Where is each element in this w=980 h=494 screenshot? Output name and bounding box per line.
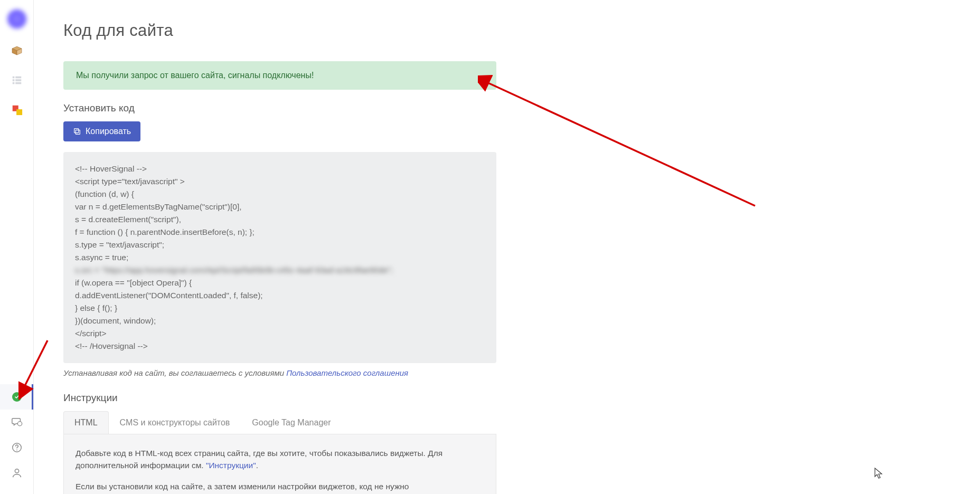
code-block[interactable]: <!-- HoverSignal --> <script type="text/…	[63, 152, 496, 363]
sidebar-item-list[interactable]	[10, 73, 24, 88]
sidebar-bottom	[0, 384, 33, 494]
instructions-heading: Инструкции	[63, 392, 496, 404]
svg-point-8	[17, 422, 22, 426]
svg-rect-12	[76, 130, 80, 134]
svg-rect-13	[74, 129, 79, 133]
tab-cms[interactable]: CMS и конструкторы сайтов	[109, 411, 241, 434]
install-heading: Установить код	[63, 102, 496, 114]
svg-rect-1	[15, 77, 21, 79]
svg-point-11	[15, 469, 18, 473]
svg-rect-3	[15, 79, 21, 81]
sidebar-help[interactable]	[0, 435, 33, 460]
svg-point-10	[16, 450, 17, 451]
page-title: Код для сайта	[63, 21, 980, 40]
svg-rect-5	[15, 82, 21, 84]
list-icon	[11, 74, 23, 86]
tab-content-html: Добавьте код в HTML-код всех страниц сай…	[63, 434, 496, 494]
instruction-tabs: HTML CMS и конструкторы сайтов Google Ta…	[63, 411, 496, 434]
sidebar-item-box[interactable]	[10, 43, 24, 58]
box-icon	[11, 44, 23, 57]
main-content: Код для сайта Мы получили запрос от ваше…	[34, 0, 980, 494]
copy-icon	[73, 127, 81, 136]
help-icon	[11, 442, 23, 453]
sidebar	[0, 0, 34, 494]
shapes-icon	[11, 104, 23, 116]
svg-rect-7	[16, 109, 22, 115]
copy-button[interactable]: Копировать	[63, 121, 140, 141]
copy-button-label: Копировать	[86, 127, 131, 136]
chat-icon	[11, 416, 23, 428]
sidebar-chat[interactable]	[0, 410, 33, 435]
app-logo[interactable]	[7, 10, 26, 28]
status-ok-icon	[12, 392, 22, 402]
consent-link[interactable]: Пользовательского соглашения	[286, 368, 408, 377]
sidebar-item-shapes[interactable]	[10, 102, 24, 117]
svg-rect-4	[12, 82, 14, 84]
tab-html[interactable]: HTML	[63, 411, 109, 434]
success-alert: Мы получили запрос от вашего сайта, сигн…	[63, 61, 496, 90]
alert-message: Мы получили запрос от вашего сайта, сигн…	[76, 71, 314, 80]
svg-rect-2	[12, 79, 14, 81]
sidebar-status[interactable]	[0, 384, 33, 410]
consent-text: Устанавливая код на сайт, вы соглашаетес…	[63, 368, 496, 377]
instructions-link[interactable]: "Инструкции"	[206, 461, 256, 470]
tab-gtm[interactable]: Google Tag Manager	[241, 411, 342, 434]
sidebar-user[interactable]	[0, 460, 33, 486]
svg-rect-0	[12, 77, 14, 79]
user-icon	[11, 467, 23, 479]
